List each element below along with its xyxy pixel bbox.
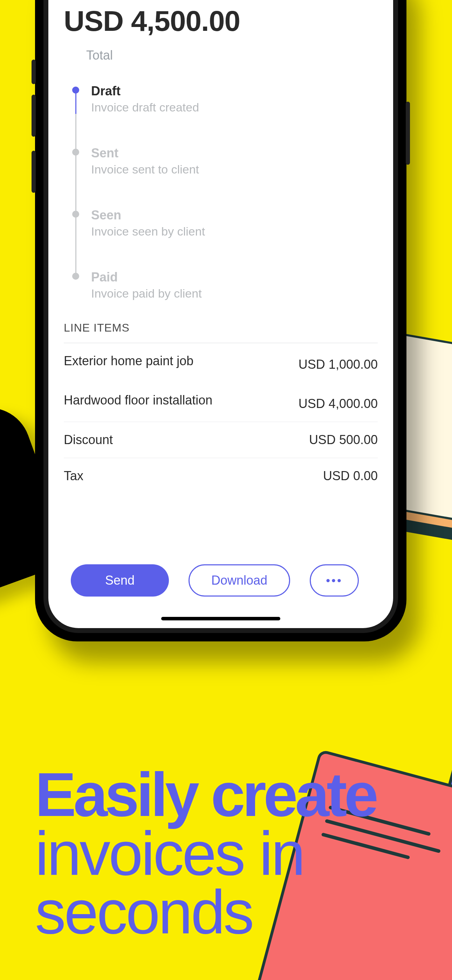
- timeline-subtitle: Invoice sent to client: [91, 162, 199, 176]
- totals-row-discount: Discount USD 500.00: [64, 422, 378, 458]
- timeline-item-sent: Sent Invoice sent to client: [72, 146, 378, 176]
- totals-amount: USD 500.00: [309, 433, 378, 447]
- timeline-title: Seen: [91, 208, 205, 223]
- line-item-row: Exterior home paint job USD 1,000.00: [64, 343, 378, 382]
- timeline-item-draft: Draft Invoice draft created: [72, 84, 378, 114]
- send-button[interactable]: Send: [71, 564, 169, 597]
- invoice-status-timeline: Draft Invoice draft created Sent Invoice…: [72, 84, 378, 301]
- timeline-subtitle: Invoice paid by client: [91, 287, 202, 301]
- action-bar: Send Download •••: [48, 564, 393, 597]
- totals-label: Tax: [64, 469, 83, 483]
- timeline-subtitle: Invoice seen by client: [91, 225, 205, 238]
- line-item-name: Hardwood floor installation: [64, 393, 212, 407]
- timeline-dot-icon: [72, 87, 79, 94]
- line-item-row: Hardwood floor installation USD 4,000.00: [64, 382, 378, 422]
- timeline-title: Draft: [91, 84, 199, 99]
- device-screen: USD 4,500.00 Total Draft Invoice draft c…: [48, 0, 393, 628]
- headline-line3: seconds: [35, 878, 253, 947]
- totals-label: Discount: [64, 433, 113, 447]
- marketing-headline: Easily create invoices in seconds: [35, 765, 376, 942]
- totals-amount: USD 0.00: [323, 469, 378, 483]
- download-button[interactable]: Download: [188, 564, 290, 597]
- timeline-dot-icon: [72, 273, 79, 280]
- line-item-amount: USD 4,000.00: [299, 396, 378, 411]
- device-frame: USD 4,500.00 Total Draft Invoice draft c…: [35, 0, 406, 641]
- line-item-amount: USD 1,000.00: [299, 357, 378, 372]
- line-items-header: LINE ITEMS: [64, 321, 378, 334]
- timeline-subtitle: Invoice draft created: [91, 100, 199, 114]
- more-actions-button[interactable]: •••: [310, 564, 359, 597]
- timeline-title: Paid: [91, 270, 202, 285]
- invoice-amount: USD 4,500.00: [64, 5, 378, 38]
- timeline-item-paid: Paid Invoice paid by client: [72, 270, 378, 301]
- timeline-dot-icon: [72, 149, 79, 156]
- invoice-total-label: Total: [86, 48, 378, 63]
- timeline-title: Sent: [91, 146, 199, 161]
- timeline-item-seen: Seen Invoice seen by client: [72, 208, 378, 238]
- more-icon: •••: [326, 574, 343, 587]
- home-indicator: [161, 617, 280, 620]
- totals-row-tax: Tax USD 0.00: [64, 458, 378, 483]
- line-item-name: Exterior home paint job: [64, 354, 193, 368]
- timeline-dot-icon: [72, 211, 79, 218]
